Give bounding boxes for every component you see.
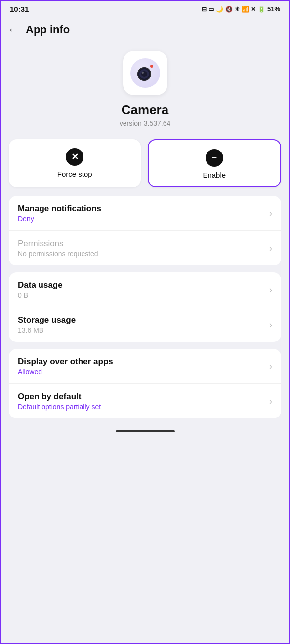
manage-notifications-item[interactable]: Manage notifications Deny ›	[9, 196, 281, 231]
display-over-apps-title: Display over other apps	[18, 357, 264, 367]
svg-point-4	[142, 72, 144, 74]
enable-label: Enable	[203, 171, 226, 179]
bluetooth-icon: ✳	[235, 6, 240, 13]
battery-icon: 🔋	[258, 6, 265, 13]
header: ← App info	[0, 16, 290, 41]
notifications-permissions-card: Manage notifications Deny › Permissions …	[9, 196, 281, 265]
enable-icon: −	[206, 149, 223, 167]
wifi-icon: 📶	[242, 6, 249, 13]
permissions-subtitle: No permissions requested	[18, 250, 264, 258]
force-stop-label: Force stop	[57, 170, 92, 178]
display-over-apps-chevron: ›	[269, 361, 272, 372]
open-by-default-item[interactable]: Open by default Default options partiall…	[9, 384, 281, 418]
app-name: Camera	[122, 102, 168, 117]
moon-icon: 🌙	[216, 6, 223, 13]
storage-usage-content: Storage usage 13.6 MB	[18, 315, 264, 334]
home-indicator	[116, 430, 175, 432]
status-time: 10:31	[10, 5, 29, 13]
open-by-default-title: Open by default	[18, 392, 264, 402]
data-usage-chevron: ›	[269, 285, 272, 295]
svg-point-5	[150, 65, 153, 68]
status-bar: 10:31 ⊟ ▭ 🌙 🔇 ✳ 📶 ✕ 🔋 51%	[0, 0, 290, 16]
force-stop-button[interactable]: ✕ Force stop	[9, 139, 141, 187]
permissions-content: Permissions No permissions requested	[18, 239, 264, 258]
permissions-title: Permissions	[18, 239, 264, 249]
permissions-item[interactable]: Permissions No permissions requested ›	[9, 231, 281, 265]
data-usage-item[interactable]: Data usage 0 B ›	[9, 272, 281, 307]
display-over-apps-item[interactable]: Display over other apps Allowed ›	[9, 349, 281, 384]
usage-card: Data usage 0 B › Storage usage 13.6 MB ›	[9, 272, 281, 342]
permissions-chevron: ›	[269, 243, 272, 254]
mute-icon: 🔇	[225, 6, 233, 13]
action-buttons-row: ✕ Force stop − Enable	[0, 139, 290, 196]
app-icon	[123, 51, 167, 95]
camera-svg	[129, 57, 161, 89]
open-by-default-subtitle: Default options partially set	[18, 403, 264, 411]
data-usage-title: Data usage	[18, 280, 264, 290]
data-usage-content: Data usage 0 B	[18, 280, 264, 299]
display-over-apps-content: Display over other apps Allowed	[18, 357, 264, 376]
force-stop-icon: ✕	[66, 148, 83, 166]
data-usage-subtitle: 0 B	[18, 291, 264, 299]
enable-button[interactable]: − Enable	[148, 139, 282, 187]
status-icons: ⊟ ▭ 🌙 🔇 ✳ 📶 ✕ 🔋 51%	[202, 5, 280, 13]
storage-usage-subtitle: 13.6 MB	[18, 326, 264, 334]
sim-icon: ✕	[251, 6, 256, 13]
open-by-default-content: Open by default Default options partiall…	[18, 392, 264, 411]
display-default-card: Display over other apps Allowed › Open b…	[9, 349, 281, 418]
storage-usage-chevron: ›	[269, 320, 272, 330]
manage-notifications-chevron: ›	[269, 208, 272, 219]
app-info-section: Camera version 3.537.64	[0, 41, 290, 139]
manage-notifications-title: Manage notifications	[18, 204, 264, 214]
manage-notifications-content: Manage notifications Deny	[18, 204, 264, 223]
back-button[interactable]: ←	[8, 23, 19, 36]
bottom-bar	[0, 425, 290, 437]
battery-percent: 51%	[267, 5, 280, 13]
manage-notifications-subtitle: Deny	[18, 215, 264, 223]
storage-usage-item[interactable]: Storage usage 13.6 MB ›	[9, 307, 281, 342]
app-version: version 3.537.64	[120, 119, 171, 127]
display-over-apps-subtitle: Allowed	[18, 368, 264, 376]
open-by-default-chevron: ›	[269, 396, 272, 407]
page-title: App info	[26, 23, 70, 36]
screen-record-icon: ⊟	[202, 6, 207, 13]
storage-usage-title: Storage usage	[18, 315, 264, 325]
window-icon: ▭	[208, 6, 214, 13]
